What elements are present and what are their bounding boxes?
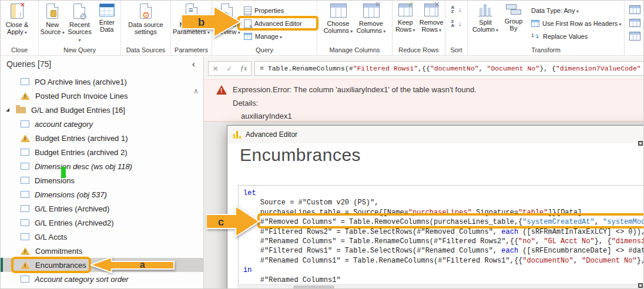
formula-input[interactable]: = Table.RenameColumns(#"Filtered Rows1",… xyxy=(254,61,644,76)
collapse-pane-icon[interactable] xyxy=(192,59,195,69)
warning-icon xyxy=(21,247,30,255)
manage-button[interactable]: Manage xyxy=(242,30,304,43)
table-icon xyxy=(21,120,29,127)
code-token: , xyxy=(573,257,582,265)
query-item-g-l-and-budget-entries-16[interactable]: G/L and Budget Entries [16] xyxy=(1,103,203,117)
annotation-label-b: b xyxy=(198,16,205,28)
code-token: "GL Acct No" xyxy=(544,237,594,246)
table-icon xyxy=(21,149,29,156)
choose-columns-button[interactable]: Choose Columns xyxy=(322,1,355,43)
query-item-label: G/L Entries (Archived2) xyxy=(35,219,114,227)
split-column-button[interactable]: Split Column xyxy=(470,1,501,43)
ribbon-group-new-query: New Source Recent Sources Enter Data New… xyxy=(39,1,121,55)
code-token: "systemCreatedAt" xyxy=(522,218,594,226)
query-item-g-l-entries-archived[interactable]: G/L Entries (Archived) xyxy=(1,201,203,216)
fx-icon[interactable] xyxy=(240,64,247,73)
data-type-label: Data Type: Any xyxy=(531,7,579,14)
keep-rows-icon xyxy=(398,4,412,16)
keep-rows-button[interactable]: Keep Rows xyxy=(393,1,418,43)
query-item-posted-purch-invoice-lines[interactable]: Posted Purch Invoice Lines xyxy=(1,89,203,103)
properties-button[interactable]: Properties xyxy=(242,4,304,17)
query-item-label: G/L Accts xyxy=(35,233,67,241)
query-item-po-archive-lines-archive1[interactable]: PO Archive lines (archive1) xyxy=(1,75,203,89)
recent-sources-icon xyxy=(73,4,85,19)
combine-files-icon[interactable] xyxy=(629,32,640,41)
sort-descending-button[interactable] xyxy=(451,19,462,30)
code-line: #"Removed Columns" = Table.RemoveColumns… xyxy=(243,217,644,227)
ribbon-group-combine xyxy=(625,1,644,55)
new-source-button[interactable]: New Source xyxy=(39,1,66,43)
data-type-button[interactable]: Data Type: Any xyxy=(529,4,624,17)
query-item-dimensions-obj-537[interactable]: Dimensions (obj 537) xyxy=(1,187,203,201)
query-item-label: account category xyxy=(35,120,93,129)
close-apply-button[interactable]: Close & Apply xyxy=(1,1,33,43)
remove-rows-label: Remove Rows xyxy=(418,19,445,33)
recent-sources-button[interactable]: Recent Sources xyxy=(66,1,93,43)
code-horizontal-scrollbar[interactable] xyxy=(237,284,643,289)
code-token: #"Renamed Columns1" = Table.RenameColumn… xyxy=(243,257,522,265)
close-apply-label: Close & Apply xyxy=(1,21,33,36)
code-line: #"Filtered Rows1" = Table.SelectRows(#"R… xyxy=(243,246,644,256)
group-label-close: Close xyxy=(1,46,38,53)
code-line: #"Renamed Columns" = Table.RenameColumns… xyxy=(243,237,644,246)
replace-values-button[interactable]: Replace Values xyxy=(529,30,624,43)
query-item-dimension-desc-ws-obj-118[interactable]: Dimension desc (ws obj 118) xyxy=(1,159,203,173)
replace-values-icon xyxy=(531,32,540,41)
query-item-dimensions[interactable]: Dimensions xyxy=(1,173,203,187)
scrollbar-thumb[interactable] xyxy=(293,285,334,289)
code-line: #"Renamed Columns1" = Table.RenameColumn… xyxy=(243,256,644,266)
code-token: purchaseLines_table = Source{[Name= xyxy=(243,209,408,217)
ribbon-group-data-sources: Data source settings Data Sources xyxy=(121,1,171,55)
table-icon xyxy=(21,78,29,85)
query-item-budget-entries-archived-1[interactable]: Budget Entries (archived 1) xyxy=(1,131,203,145)
data-source-settings-icon xyxy=(140,4,152,19)
code-editor[interactable]: let Source = #"Custom v20 (PS)", purchas… xyxy=(238,185,644,289)
formula-bar-buttons xyxy=(208,61,251,76)
advanced-editor-dialog: Advanced Editor Encumbrances let Source … xyxy=(227,125,644,289)
sort-ascending-button[interactable] xyxy=(451,5,462,16)
group-label-data-sources: Data Sources xyxy=(121,46,170,53)
split-column-icon xyxy=(478,4,492,16)
group-by-button[interactable]: Group By xyxy=(501,1,526,43)
data-source-settings-button[interactable]: Data source settings xyxy=(123,1,168,43)
use-first-row-label: Use First Row as Headers xyxy=(542,20,622,27)
group-label-parameters: Parameters xyxy=(171,46,212,53)
cancel-formula-icon[interactable] xyxy=(213,65,219,73)
group-label-transform: Transform xyxy=(468,46,624,53)
enter-data-button[interactable]: Enter Data xyxy=(93,1,120,43)
advanced-editor-button[interactable]: Advanced Editor xyxy=(242,17,304,30)
query-item-g-l-entries-archived2[interactable]: G/L Entries (Archived2) xyxy=(1,216,203,230)
annotation-arrow-b: b xyxy=(182,4,243,39)
dialog-title: Advanced Editor xyxy=(246,130,297,139)
remove-rows-button[interactable]: Remove Rows xyxy=(418,1,445,43)
expand-arrow-icon[interactable] xyxy=(6,108,9,112)
code-token: #"Filtered Rows2" = Table.SelectRows(#"R… xyxy=(243,228,501,236)
query-item-label: Budget Entries (archived 1) xyxy=(35,134,128,143)
merge-queries-icon[interactable] xyxy=(629,5,640,14)
query-item-label: G/L Entries (Archived) xyxy=(35,204,109,213)
code-line: #"Renamed Columns1" xyxy=(243,275,644,285)
properties-icon xyxy=(244,6,251,15)
query-item-budget-entries-archived-2[interactable]: Budget Entries (archived 2) xyxy=(1,145,203,159)
code-token: #"Filtered Rows1" = Table.SelectRows(#"R… xyxy=(243,247,501,255)
keep-rows-label: Keep Rows xyxy=(393,19,418,33)
manage-label: Manage xyxy=(255,33,282,40)
close-apply-icon xyxy=(11,4,24,19)
remove-columns-button[interactable]: Remove Columns xyxy=(355,1,388,43)
queries-pane-title: Queries [75] xyxy=(6,59,51,69)
use-first-row-button[interactable]: Use First Row as Headers xyxy=(529,17,624,30)
code-line: purchaseLines_table = Source{[Name="purc… xyxy=(243,208,644,217)
query-item-account-category[interactable]: account category xyxy=(1,117,203,131)
code-token: , xyxy=(479,65,487,72)
ribbon: Close & Apply Close New Source Recent So… xyxy=(1,1,644,56)
dialog-title-bar[interactable]: Advanced Editor xyxy=(227,126,644,143)
code-token: "Filtered Rows1" xyxy=(353,65,418,72)
code-token: ([sRFEncumbranceDate] <> #date(1, xyxy=(518,247,644,255)
code-token: "Document No" xyxy=(582,257,637,265)
confirm-formula-icon[interactable] xyxy=(226,65,232,73)
code-line: let xyxy=(243,189,644,198)
code-line: #"Filtered Rows2" = Table.SelectRows(#"R… xyxy=(243,227,644,237)
code-token: , xyxy=(595,218,603,226)
query-item-g-l-accts[interactable]: G/L Accts xyxy=(1,230,203,244)
append-queries-icon[interactable] xyxy=(629,19,640,28)
